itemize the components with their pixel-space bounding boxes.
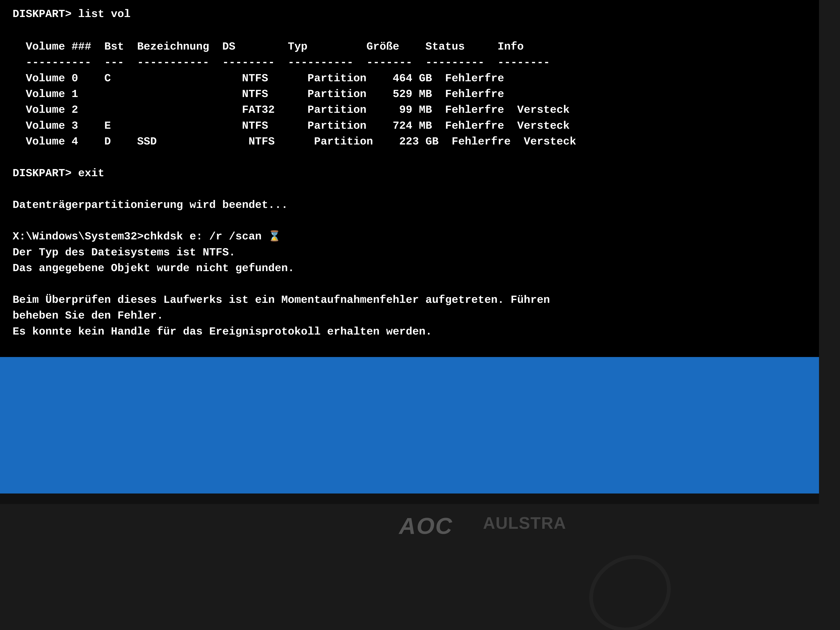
prompt-final: X:\Windows\System32> — [13, 355, 807, 357]
objekt-line: Das angegebene Objekt wurde nicht gefund… — [13, 261, 807, 276]
blank-1 — [13, 23, 807, 39]
monitor-bezel-bottom — [0, 494, 819, 504]
blank-6 — [13, 339, 807, 355]
blank-5 — [13, 276, 807, 292]
terminal-window[interactable]: DISKPART> list vol Volume ### Bst Bezeic… — [0, 0, 819, 357]
monitor-model-label: AULSTRA — [483, 513, 566, 533]
table-divider: ---------- --- ----------- -------- ----… — [13, 55, 807, 70]
error-line-2: beheben Sie den Fehler. — [13, 308, 807, 324]
ntfs-line: Der Typ des Dateisystems ist NTFS. — [13, 245, 807, 261]
volume-2-row: Volume 2 FAT32 Partition 99 MB Fehlerfre… — [13, 102, 807, 118]
monitor-screen: DISKPART> list vol Volume ### Bst Bezeic… — [0, 0, 819, 357]
volume-1-row: Volume 1 NTFS Partition 529 MB Fehlerfre — [13, 86, 807, 102]
table-header: Volume ### Bst Bezeichnung DS Typ Größe … — [13, 39, 807, 55]
monitor-blue-bar — [0, 357, 819, 494]
blank-3 — [13, 181, 807, 197]
blank-2 — [13, 150, 807, 166]
error-line-1: Beim Überprüfen dieses Laufwerks ist ein… — [13, 292, 807, 308]
hourglass-icon: ⌛ — [268, 229, 281, 244]
chkdsk-command: X:\Windows\System32>chkdsk e: /r /scan ⌛ — [13, 229, 807, 245]
volume-4-row: Volume 4 D SSD NTFS Partition 223 GB Feh… — [13, 134, 807, 150]
diskpart-exit: DISKPART> exit — [13, 166, 807, 181]
volume-0-row: Volume 0 C NTFS Partition 464 GB Fehlerf… — [13, 71, 807, 86]
header-command: DISKPART> list vol — [13, 6, 807, 22]
error-line-3: Es konnte kein Handle für das Ereignispr… — [13, 324, 807, 339]
monitor-brand-logo: AOC — [399, 512, 453, 539]
blank-4 — [13, 213, 807, 229]
volume-3-row: Volume 3 E NTFS Partition 724 MB Fehlerf… — [13, 118, 807, 134]
datentraeger-line: Datenträgerpartitionierung wird beendet.… — [13, 197, 807, 213]
